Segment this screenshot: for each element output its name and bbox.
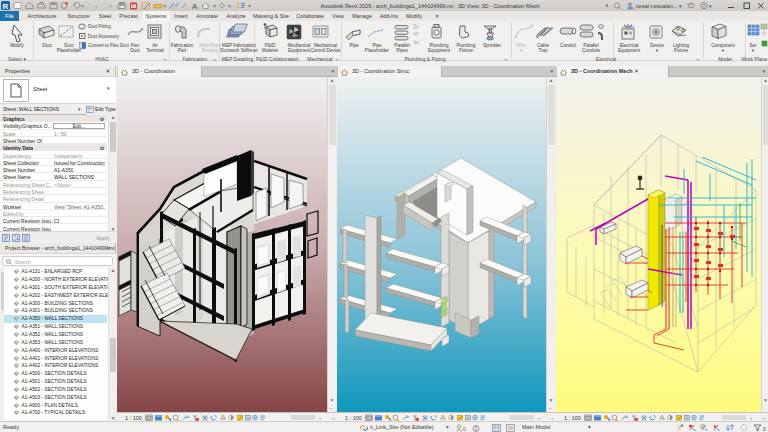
svg-text:▾: ▾	[248, 3, 251, 9]
svg-text:0: 0	[763, 426, 766, 432]
svg-text:▾: ▾	[95, 3, 98, 9]
svg-text:cesar.r.escalan...: cesar.r.escalan...	[636, 3, 678, 9]
svg-text:▾: ▾	[228, 3, 231, 9]
svg-text:?: ?	[702, 3, 705, 9]
svg-text:▾: ▾	[679, 3, 682, 9]
svg-text:▾: ▾	[709, 3, 712, 9]
svg-text:▾: ▾	[213, 3, 216, 9]
svg-text:▾: ▾	[81, 3, 84, 9]
svg-text:0: 0	[463, 426, 466, 432]
svg-text:▾: ▾	[164, 3, 167, 9]
svg-text:R: R	[3, 2, 9, 11]
svg-text:A: A	[192, 2, 198, 11]
svg-text:▾: ▾	[109, 3, 112, 9]
